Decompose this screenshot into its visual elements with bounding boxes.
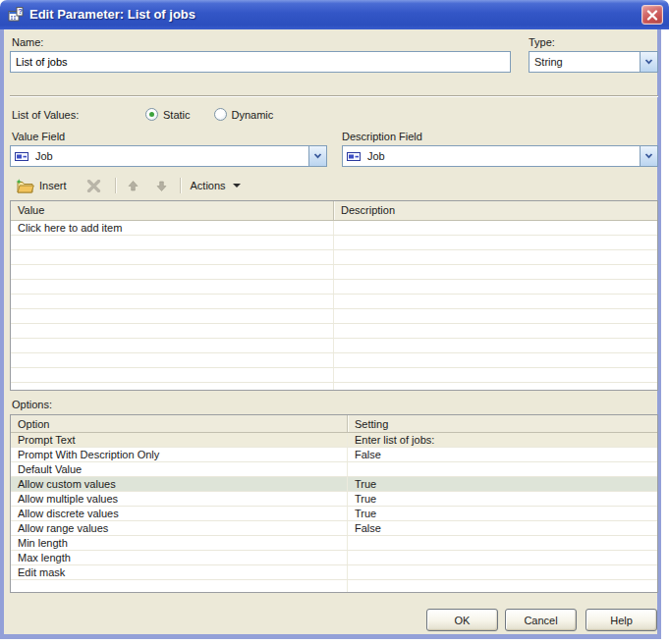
option-name-cell[interactable]: Prompt With Description Only — [11, 448, 347, 461]
add-item-cell[interactable]: Click here to add item — [11, 221, 333, 235]
value-cell — [11, 236, 333, 249]
option-name-cell[interactable]: Edit mask — [11, 565, 347, 579]
options-row[interactable]: Default Value — [11, 462, 657, 477]
add-item-row[interactable]: Click here to add item — [11, 221, 657, 236]
value-field-dropdown[interactable]: Job — [10, 145, 327, 167]
description-field-label: Description Field — [342, 131, 422, 142]
chevron-down-icon — [313, 153, 322, 159]
description-field-dropdown[interactable]: Job — [342, 145, 658, 167]
options-row[interactable]: Max length — [11, 551, 657, 565]
description-cell — [333, 265, 657, 279]
option-name-cell[interactable]: Allow discrete values — [11, 507, 347, 520]
description-cell — [333, 250, 657, 264]
empty-value-row — [11, 265, 657, 280]
option-setting-cell — [347, 580, 657, 593]
description-cell — [333, 383, 657, 391]
option-setting-cell[interactable] — [347, 565, 657, 579]
value-cell — [11, 368, 333, 382]
dialog-title: Edit Parameter: List of jobs — [29, 0, 195, 29]
options-row[interactable]: Allow discrete valuesTrue — [11, 507, 657, 521]
options-row[interactable]: Prompt TextEnter list of jobs: — [11, 433, 657, 448]
empty-value-row — [11, 250, 657, 265]
toolbar-separator — [115, 178, 117, 193]
option-setting-cell[interactable]: False — [347, 448, 657, 461]
option-setting-cell[interactable]: False — [347, 521, 657, 535]
radio-label: Dynamic — [232, 109, 274, 121]
options-table: Option Setting Prompt TextEnter list of … — [10, 414, 658, 593]
option-setting-cell[interactable] — [347, 536, 657, 550]
option-name-cell[interactable]: Default Value — [11, 462, 347, 476]
close-button[interactable] — [641, 5, 663, 25]
column-header-value[interactable]: Value — [11, 201, 333, 220]
option-setting-cell[interactable]: Enter list of jobs: — [347, 433, 657, 447]
empty-value-row — [11, 324, 657, 339]
column-header-description[interactable]: Description — [333, 201, 657, 220]
empty-value-row — [11, 353, 657, 368]
list-of-values-radiogroup: StaticDynamic — [145, 108, 273, 121]
column-header-option[interactable]: Option — [11, 415, 347, 432]
value-cell — [11, 339, 333, 352]
option-name-cell[interactable]: Prompt Text — [11, 433, 347, 447]
description-cell — [333, 295, 657, 308]
list-of-values-label: List of Values: — [12, 109, 79, 121]
options-row[interactable]: Edit mask — [11, 565, 657, 580]
type-label: Type: — [529, 36, 555, 48]
empty-value-row — [11, 295, 657, 309]
options-row[interactable]: Min length — [11, 536, 657, 551]
insert-button[interactable]: Insert — [12, 174, 71, 197]
insert-button-label: Insert — [39, 180, 67, 191]
description-cell — [333, 324, 657, 338]
cancel-button[interactable]: Cancel — [505, 609, 577, 631]
values-table-body: Click here to add item — [11, 221, 657, 391]
option-setting-cell[interactable]: True — [347, 507, 657, 520]
radio-icon[interactable] — [145, 108, 158, 121]
description-field-value: Job — [361, 150, 640, 162]
value-cell — [11, 250, 333, 264]
option-name-cell[interactable]: Max length — [11, 551, 347, 564]
value-field-value: Job — [28, 150, 308, 162]
option-name-cell[interactable]: Allow range values — [11, 521, 347, 535]
value-cell — [11, 280, 333, 294]
help-button[interactable]: Help — [585, 609, 657, 631]
empty-options-row — [11, 580, 657, 593]
value-cell — [11, 383, 333, 391]
move-up-button[interactable] — [123, 174, 143, 197]
delete-button[interactable] — [83, 174, 105, 197]
empty-value-row — [11, 236, 657, 250]
option-setting-cell[interactable]: True — [347, 492, 657, 506]
options-table-body: Prompt TextEnter list of jobs:Prompt Wit… — [11, 433, 657, 593]
titlebar[interactable]: ? Edit Parameter: List of jobs — [0, 0, 669, 29]
option-setting-cell[interactable] — [347, 462, 657, 476]
options-row[interactable]: Allow multiple valuesTrue — [11, 492, 657, 507]
move-down-button[interactable] — [151, 174, 172, 197]
svg-text:?: ? — [18, 7, 23, 16]
radio-option-static[interactable]: Static — [145, 108, 191, 121]
column-header-setting[interactable]: Setting — [347, 415, 657, 432]
insert-folder-icon — [16, 179, 34, 193]
description-cell — [333, 368, 657, 382]
options-row[interactable]: Allow custom valuesTrue — [11, 477, 657, 492]
caret-down-icon — [233, 184, 241, 188]
ok-button[interactable]: OK — [426, 609, 498, 631]
name-label: Name: — [12, 36, 43, 48]
name-input[interactable] — [10, 51, 511, 73]
options-row[interactable]: Allow range valuesFalse — [11, 521, 657, 536]
option-name-cell[interactable]: Allow custom values — [11, 477, 347, 491]
description-cell — [333, 221, 657, 235]
options-label: Options: — [12, 399, 52, 410]
radio-icon[interactable] — [214, 108, 227, 121]
type-dropdown-button[interactable] — [640, 52, 657, 72]
value-field-dropdown-button[interactable] — [308, 146, 326, 166]
option-name-cell[interactable]: Allow multiple values — [11, 492, 347, 506]
options-row[interactable]: Prompt With Description OnlyFalse — [11, 448, 657, 462]
chevron-down-icon — [644, 59, 653, 65]
radio-option-dynamic[interactable]: Dynamic — [214, 108, 274, 121]
description-field-dropdown-button[interactable] — [640, 146, 657, 166]
values-table: Value Description Click here to add item — [10, 200, 658, 391]
description-cell — [333, 353, 657, 367]
actions-menu-button[interactable]: Actions — [187, 174, 245, 197]
option-setting-cell[interactable] — [347, 551, 657, 564]
option-name-cell[interactable]: Min length — [11, 536, 347, 550]
type-dropdown[interactable]: String — [529, 51, 658, 73]
option-setting-cell[interactable]: True — [347, 477, 657, 491]
